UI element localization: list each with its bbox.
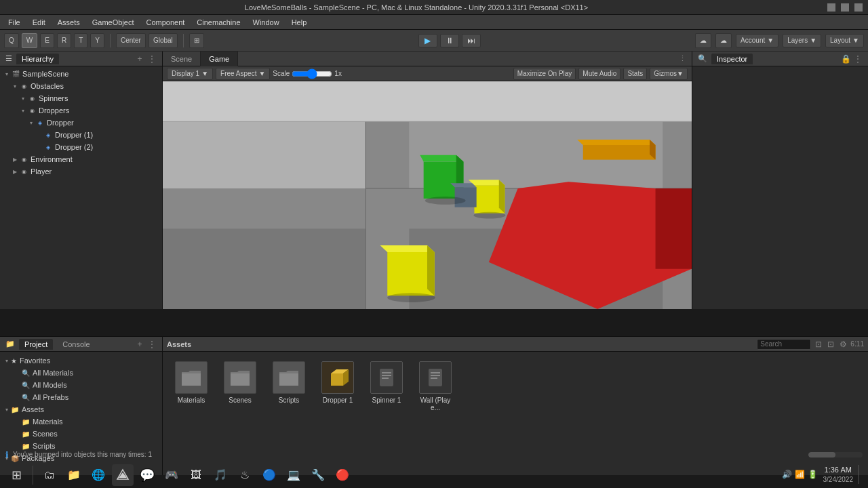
hierarchy-menu-btn[interactable]: ⋮ bbox=[147, 54, 157, 64]
start-button[interactable]: ⊞ bbox=[5, 464, 27, 486]
play-button[interactable]: ▶ bbox=[418, 34, 437, 47]
all-prefabs-icon: 🔍 bbox=[22, 394, 30, 401]
hierarchy-item-player[interactable]: ▶ ◉ Player bbox=[0, 165, 162, 178]
asset-materials[interactable]: Materials bbox=[170, 359, 213, 414]
stats-btn[interactable]: Stats bbox=[623, 68, 647, 80]
tool-hand[interactable]: Q bbox=[4, 33, 19, 48]
hierarchy-item-spinners[interactable]: ▾ ◉ Spinners bbox=[0, 92, 162, 104]
taskbar-unity[interactable] bbox=[112, 464, 134, 486]
assets-filter1[interactable]: ⊡ bbox=[814, 340, 823, 349]
taskbar-filemanager[interactable]: 🗂 bbox=[39, 464, 60, 486]
maximize-label: Maximize On Play bbox=[517, 70, 572, 77]
label-samplescene: SampleScene bbox=[22, 70, 69, 78]
menu-help[interactable]: Help bbox=[286, 17, 313, 28]
display-dropdown[interactable]: Display 1 ▼ bbox=[167, 68, 213, 80]
asset-spinner1-label: Spinner 1 bbox=[372, 396, 401, 404]
taskbar-explorer[interactable]: 📁 bbox=[63, 464, 85, 486]
space-toggle[interactable]: Global bbox=[149, 33, 178, 48]
menu-component[interactable]: Component bbox=[140, 17, 190, 28]
menu-window[interactable]: Window bbox=[248, 17, 285, 28]
taskbar-edge[interactable]: 🌐 bbox=[87, 464, 109, 486]
maximize-icon[interactable] bbox=[841, 3, 849, 12]
hierarchy-add-btn[interactable]: + bbox=[135, 54, 144, 64]
account-dropdown[interactable]: Account ▼ bbox=[736, 34, 778, 47]
project-add-btn[interactable]: + bbox=[135, 340, 144, 349]
tab-game[interactable]: Game bbox=[201, 52, 238, 66]
project-favorites[interactable]: ▾ ★ Favorites bbox=[0, 354, 162, 367]
collab-button[interactable]: ☁ bbox=[695, 33, 711, 48]
tab-scene[interactable]: Scene bbox=[163, 52, 201, 66]
taskbar-steam[interactable]: ♨ bbox=[234, 464, 256, 486]
mute-toggle[interactable]: Mute Audio bbox=[578, 68, 620, 80]
project-scenes-folder[interactable]: 📁 Scenes bbox=[0, 428, 162, 440]
layout-dropdown[interactable]: Layout ▼ bbox=[825, 34, 864, 47]
menu-gameobject[interactable]: GameObject bbox=[87, 17, 140, 28]
tab-console[interactable]: Console bbox=[57, 339, 95, 350]
asset-spinner1[interactable]: Spinner 1 bbox=[365, 359, 408, 414]
asset-scripts[interactable]: Scripts bbox=[267, 359, 311, 414]
tab-inspector[interactable]: Inspector bbox=[711, 54, 753, 64]
game-canvas[interactable] bbox=[163, 81, 692, 309]
taskbar-app4[interactable]: 🔴 bbox=[332, 464, 353, 486]
menu-cinemachine[interactable]: Cinemachine bbox=[191, 17, 245, 28]
menu-assets[interactable]: Assets bbox=[52, 17, 85, 28]
scale-slider[interactable] bbox=[292, 70, 332, 77]
tool-rotate[interactable]: E bbox=[40, 33, 54, 48]
taskbar-app2[interactable]: 💻 bbox=[283, 464, 304, 486]
hierarchy-item-obstacles[interactable]: ▾ ◉ Obstacles bbox=[0, 80, 162, 92]
maximize-toggle[interactable]: Maximize On Play bbox=[513, 68, 576, 80]
inspector-lock-btn[interactable]: 🔒 bbox=[841, 54, 850, 64]
hierarchy-item-dropper2[interactable]: ◈ Dropper (2) bbox=[0, 141, 162, 153]
close-icon[interactable] bbox=[854, 3, 863, 12]
assets-filter3[interactable]: ⚙ bbox=[838, 340, 848, 349]
view-panel-menu[interactable]: ⋮ bbox=[673, 54, 692, 63]
hierarchy-item-droppers[interactable]: ▾ ◉ Droppers bbox=[0, 104, 162, 117]
tool-rect[interactable]: T bbox=[74, 33, 87, 48]
scripts-folder-label: Scripts bbox=[33, 442, 56, 450]
project-all-prefabs[interactable]: 🔍 All Prefabs bbox=[0, 391, 162, 403]
project-menu-btn[interactable]: ⋮ bbox=[147, 340, 157, 349]
assets-root-label: Assets bbox=[22, 405, 44, 413]
taskbar-music[interactable]: 🎵 bbox=[210, 464, 231, 486]
project-all-materials[interactable]: 🔍 All Materials bbox=[0, 367, 162, 379]
tool-move[interactable]: W bbox=[22, 33, 37, 48]
menu-edit[interactable]: Edit bbox=[27, 17, 51, 28]
aspect-dropdown[interactable]: Free Aspect ▼ bbox=[216, 68, 270, 80]
show-desktop[interactable] bbox=[859, 465, 863, 484]
step-button[interactable]: ⏭ bbox=[462, 34, 481, 47]
tab-hierarchy[interactable]: Hierarchy bbox=[16, 54, 59, 64]
project-materials-folder[interactable]: 📁 Materials bbox=[0, 415, 162, 428]
asset-scenes[interactable]: Scenes bbox=[218, 359, 262, 414]
tool-scale[interactable]: R bbox=[57, 33, 71, 48]
taskbar-app1[interactable]: 🔵 bbox=[258, 464, 280, 486]
menu-file[interactable]: File bbox=[3, 17, 26, 28]
taskbar-app3[interactable]: 🔧 bbox=[307, 464, 329, 486]
assets-filter2[interactable]: ⊡ bbox=[826, 340, 835, 349]
tool-transform[interactable]: Y bbox=[90, 33, 104, 48]
asset-dropper1[interactable]: Dropper 1 bbox=[316, 359, 359, 414]
taskbar-image[interactable]: 🖼 bbox=[185, 464, 207, 486]
asset-wall-player[interactable]: Wall (Playe... bbox=[414, 359, 457, 414]
taskbar-game1[interactable]: 🎮 bbox=[161, 464, 182, 486]
clock[interactable]: 1:36 AM 3/24/2022 bbox=[823, 465, 854, 485]
pivot-toggle[interactable]: Center bbox=[116, 33, 146, 48]
pause-button[interactable]: ⏸ bbox=[440, 34, 459, 47]
hierarchy-item-dropper[interactable]: ▾ ◈ Dropper bbox=[0, 117, 162, 129]
hierarchy-item-samplescene[interactable]: ▾ 🎬 SampleScene bbox=[0, 68, 162, 80]
layers-dropdown[interactable]: Layers ▼ bbox=[783, 34, 821, 47]
label-dropper1: Dropper (1) bbox=[55, 131, 93, 139]
all-models-label: All Models bbox=[33, 381, 67, 389]
gizmos-dropdown[interactable]: Gizmos ▼ bbox=[650, 68, 688, 80]
taskbar-discord[interactable]: 💬 bbox=[136, 464, 158, 486]
assets-search[interactable] bbox=[757, 339, 811, 350]
hierarchy-item-dropper1[interactable]: ◈ Dropper (1) bbox=[0, 129, 162, 141]
taskbar-tray[interactable]: 🔊 📶 🔋 bbox=[782, 470, 818, 479]
snap-icon[interactable]: ⊞ bbox=[189, 33, 204, 48]
hierarchy-item-environment[interactable]: ▶ ◉ Environment bbox=[0, 153, 162, 165]
cloud-button[interactable]: ☁ bbox=[715, 33, 732, 48]
project-assets-root[interactable]: ▾ 📁 Assets bbox=[0, 403, 162, 415]
minimize-icon[interactable] bbox=[827, 3, 835, 12]
inspector-menu-btn[interactable]: ⋮ bbox=[853, 54, 863, 64]
tab-project[interactable]: Project bbox=[19, 339, 53, 350]
project-all-models[interactable]: 🔍 All Models bbox=[0, 379, 162, 391]
